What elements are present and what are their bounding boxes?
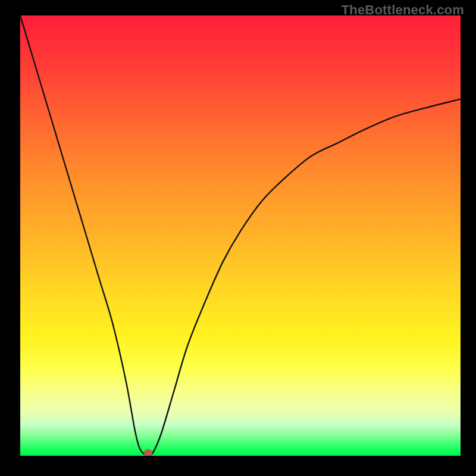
plot-area <box>20 15 461 456</box>
curve-path <box>20 15 461 455</box>
bottleneck-curve <box>20 15 461 456</box>
chart-frame: TheBottleneck.com <box>0 0 476 476</box>
optimum-marker-icon <box>144 449 152 456</box>
